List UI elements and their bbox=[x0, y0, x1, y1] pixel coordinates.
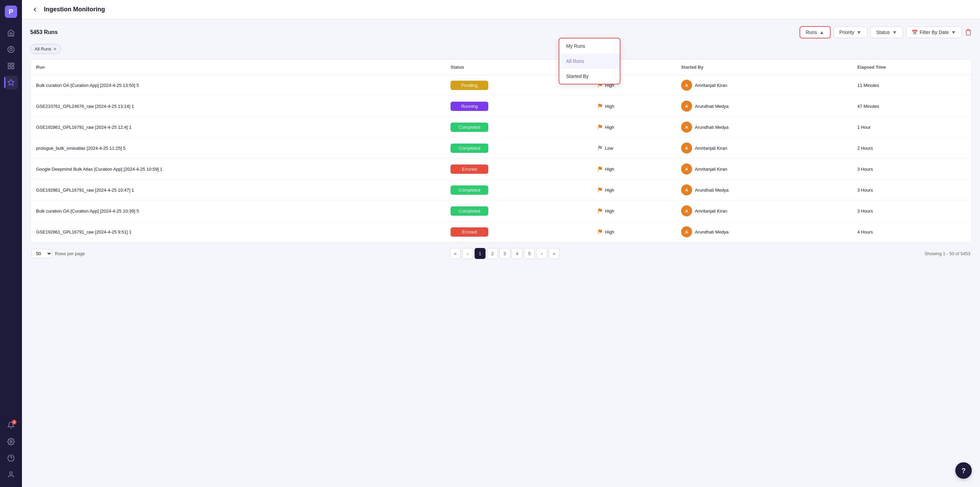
table-row[interactable]: Google Deepmind Bulk Atlas [Curation App… bbox=[30, 159, 971, 180]
back-button[interactable] bbox=[30, 5, 40, 14]
run-name-cell: GSE192861_GPL16791_raw [2024-4-25 9:51] … bbox=[30, 222, 445, 243]
run-name-cell: Bulk curation OA [Curation App] [2024-4-… bbox=[30, 201, 445, 222]
svg-marker-7 bbox=[8, 79, 14, 85]
page-navigation: « ‹ 1 2 3 4 5 › » bbox=[450, 248, 560, 259]
dropdown-item-my-runs[interactable]: My Runs bbox=[559, 38, 620, 54]
started-by-name: Arundhati Medya bbox=[695, 230, 729, 235]
next-page-button[interactable]: › bbox=[536, 248, 547, 259]
last-page-button[interactable]: » bbox=[549, 248, 560, 259]
avatar: A bbox=[681, 80, 692, 91]
sidebar-item-settings[interactable] bbox=[4, 435, 18, 449]
status-cell: Completed bbox=[445, 201, 592, 222]
priority-cell: High bbox=[592, 201, 676, 222]
svg-rect-5 bbox=[8, 67, 10, 69]
elapsed-time-cell: 2 Hours bbox=[852, 138, 971, 159]
priority-filter-button[interactable]: Priority ▼ bbox=[834, 26, 868, 38]
sidebar-logo: P bbox=[5, 5, 17, 18]
table-row[interactable]: GSE192861_GPL16791_raw [2024-4-25 10:47]… bbox=[30, 180, 971, 201]
started-by-name: Amritanjali Kiran bbox=[695, 145, 727, 151]
started-by-cell: A Amritanjali Kiran bbox=[676, 159, 852, 180]
runs-dropdown: My Runs All Runs Started By bbox=[558, 38, 620, 85]
elapsed-time-cell: 1 Hour bbox=[852, 117, 971, 138]
status-badge: Completed bbox=[450, 123, 488, 132]
status-cell: Completed bbox=[445, 117, 592, 138]
priority-cell: Low bbox=[592, 138, 676, 159]
started-by-name: Amritanjali Kiran bbox=[695, 166, 727, 172]
calendar-icon: 📅 bbox=[912, 30, 918, 35]
priority-label: High bbox=[605, 208, 614, 214]
elapsed-time-cell: 3 Hours bbox=[852, 180, 971, 201]
status-badge: Errored bbox=[450, 227, 488, 236]
priority-cell: High bbox=[592, 222, 676, 243]
avatar: A bbox=[681, 101, 692, 112]
help-button[interactable]: ? bbox=[955, 462, 972, 479]
runs-filter-button[interactable]: Runs ▲ bbox=[800, 26, 831, 38]
all-runs-tag[interactable]: All Runs ✕ bbox=[30, 44, 61, 54]
svg-point-8 bbox=[10, 441, 12, 443]
priority-label: High bbox=[605, 104, 614, 109]
dropdown-item-all-runs[interactable]: All Runs bbox=[559, 54, 620, 69]
rows-per-page: 50 25 100 Rows per page bbox=[32, 249, 85, 258]
table-row[interactable]: prologue_bulk_omixatlas [2024-4-25 11:25… bbox=[30, 138, 971, 159]
clear-filters-button[interactable] bbox=[965, 29, 972, 36]
priority-cell: High bbox=[592, 117, 676, 138]
avatar: A bbox=[681, 226, 692, 237]
svg-rect-6 bbox=[12, 67, 14, 69]
run-name-cell: GSE192861_GPL16791_raw [2024-4-25 10:47]… bbox=[30, 180, 445, 201]
avatar: A bbox=[681, 163, 692, 174]
priority-label: High bbox=[605, 230, 614, 235]
page-2-button[interactable]: 2 bbox=[487, 248, 498, 259]
sidebar-item-bell[interactable]: 4 bbox=[4, 418, 18, 432]
avatar: A bbox=[681, 121, 692, 133]
started-by-cell: A Amritanjali Kiran bbox=[676, 201, 852, 222]
started-by-cell: A Arundhati Medya bbox=[676, 117, 852, 138]
run-name-cell: prologue_bulk_omixatlas [2024-4-25 11:25… bbox=[30, 138, 445, 159]
col-started-by: Started By bbox=[676, 60, 852, 75]
sidebar-item-chart[interactable] bbox=[4, 43, 18, 56]
page-1-button[interactable]: 1 bbox=[474, 248, 485, 259]
sidebar-item-grid[interactable] bbox=[4, 59, 18, 73]
prev-page-button[interactable]: ‹ bbox=[462, 248, 473, 259]
started-by-name: Arundhati Medya bbox=[695, 104, 729, 109]
runs-chevron-up-icon: ▲ bbox=[819, 30, 824, 35]
sidebar-item-user[interactable] bbox=[4, 468, 18, 482]
started-by-name: Arundhati Medya bbox=[695, 125, 729, 130]
runs-filter-label: Runs bbox=[806, 30, 817, 35]
all-runs-tag-label: All Runs bbox=[35, 46, 51, 51]
table-row[interactable]: GSE192861_GPL16791_raw [2024-4-25 12:4] … bbox=[30, 117, 971, 138]
avatar: A bbox=[681, 184, 692, 195]
elapsed-time-cell: 47 Minutes bbox=[852, 96, 971, 117]
started-by-cell: A Amritanjali Kiran bbox=[676, 138, 852, 159]
status-cell: Completed bbox=[445, 180, 592, 201]
table-row[interactable]: Bulk curation OA [Curation App] [2024-4-… bbox=[30, 201, 971, 222]
page-5-button[interactable]: 5 bbox=[524, 248, 535, 259]
priority-cell: High bbox=[592, 96, 676, 117]
started-by-name: Arundhati Medya bbox=[695, 187, 729, 193]
elapsed-time-cell: 3 Hours bbox=[852, 201, 971, 222]
run-name-cell: GSE192861_GPL16791_raw [2024-4-25 12:4] … bbox=[30, 117, 445, 138]
runs-table: Run Status Priority Started By Elapsed T… bbox=[30, 60, 971, 242]
main-content: Ingestion Monitoring 5453 Runs Runs ▲ Pr… bbox=[22, 0, 980, 487]
close-icon[interactable]: ✕ bbox=[53, 47, 57, 51]
priority-label: High bbox=[605, 187, 614, 193]
table-row[interactable]: GSE192861_GPL16791_raw [2024-4-25 9:51] … bbox=[30, 222, 971, 243]
status-filter-button[interactable]: Status ▼ bbox=[870, 26, 903, 38]
page-4-button[interactable]: 4 bbox=[512, 248, 523, 259]
status-badge: Running bbox=[450, 102, 488, 111]
filter-group: Runs ▲ Priority ▼ Status ▼ 📅 Filter By D… bbox=[800, 26, 972, 38]
page-3-button[interactable]: 3 bbox=[499, 248, 510, 259]
rows-per-page-select[interactable]: 50 25 100 bbox=[32, 249, 52, 258]
date-filter-button[interactable]: 📅 Filter By Date ▼ bbox=[906, 26, 962, 38]
table-row[interactable]: GSE233761_GPL24676_raw [2024-4-25 13:14]… bbox=[30, 96, 971, 117]
priority-cell: High bbox=[592, 159, 676, 180]
started-by-name: Amritanjali Kiran bbox=[695, 83, 727, 88]
table-row[interactable]: Bulk curation OA [Curation App] [2024-4-… bbox=[30, 75, 971, 96]
first-page-button[interactable]: « bbox=[450, 248, 461, 259]
sidebar-item-monitor[interactable] bbox=[4, 75, 18, 89]
status-cell: Errored bbox=[445, 222, 592, 243]
started-by-cell: A Arundhati Medya bbox=[676, 96, 852, 117]
sidebar-item-home[interactable] bbox=[4, 26, 18, 40]
sidebar-item-help[interactable] bbox=[4, 451, 18, 465]
status-badge: Completed bbox=[450, 185, 488, 195]
dropdown-item-started-by[interactable]: Started By bbox=[559, 69, 620, 84]
